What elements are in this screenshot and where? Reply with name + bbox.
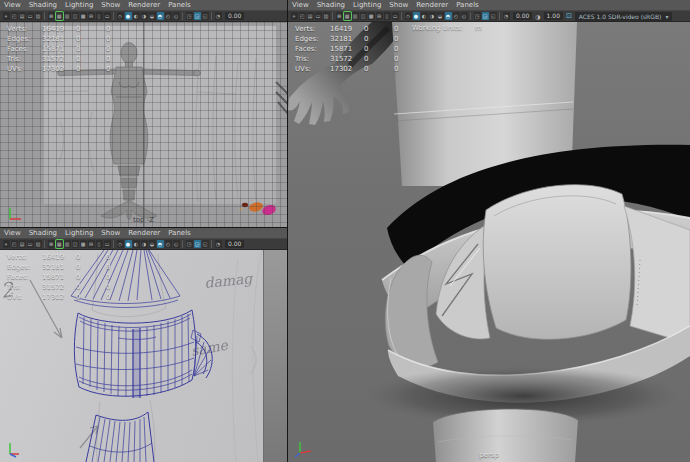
menu-item[interactable]: Panels bbox=[168, 1, 191, 9]
menu-item[interactable]: Renderer bbox=[128, 229, 160, 237]
shadows-icon[interactable]: ◒ bbox=[437, 12, 444, 20]
toolbar-separator[interactable] bbox=[211, 12, 212, 20]
pan-zoom-icon[interactable]: ⊞ bbox=[336, 12, 343, 20]
grid-toggle-icon[interactable]: ▦ bbox=[344, 12, 351, 20]
camera-attributes-icon[interactable]: ▤ bbox=[19, 240, 26, 248]
menu-item[interactable]: Shading bbox=[29, 229, 57, 237]
shaded-icon[interactable]: ● bbox=[125, 240, 132, 248]
exposure-field[interactable]: 0.00 bbox=[225, 12, 244, 20]
color-management-toggle[interactable]: ⊡ bbox=[566, 12, 572, 20]
wireframe-icon[interactable]: ◇ bbox=[117, 12, 124, 20]
menu-item[interactable]: View bbox=[4, 229, 21, 237]
backface-icon[interactable]: ◱ bbox=[202, 12, 209, 20]
resolution-gate-icon[interactable]: ◫ bbox=[360, 12, 367, 20]
ao-icon[interactable]: ◓ bbox=[157, 240, 164, 248]
exposure-icon[interactable]: ◔ bbox=[215, 240, 222, 248]
camera-attributes-icon[interactable]: ▤ bbox=[19, 12, 26, 20]
bookmarks-icon[interactable]: ▭ bbox=[27, 240, 34, 248]
gamma-field[interactable]: 1.00 bbox=[544, 12, 563, 20]
anti-alias-icon[interactable]: ◵ bbox=[173, 240, 180, 248]
menu-item[interactable]: View bbox=[4, 1, 21, 9]
xray-icon[interactable]: ◲ bbox=[482, 12, 489, 20]
exposure-field[interactable]: 0.00 bbox=[225, 240, 244, 248]
toolbar-separator[interactable] bbox=[332, 12, 333, 20]
isolate-select-icon[interactable]: ◳ bbox=[474, 12, 481, 20]
anti-alias-icon[interactable]: ◵ bbox=[461, 12, 468, 20]
viewport-canvas-top[interactable]: Verts:1641900 Edges:3218100 Faces:158710… bbox=[0, 22, 287, 227]
view-transform-select[interactable]: ACES 1.0 SDR-video (sRGB) ▾ bbox=[575, 12, 673, 21]
film-gate-icon[interactable]: ▥ bbox=[64, 240, 71, 248]
safe-action-icon[interactable]: ▯ bbox=[96, 240, 103, 248]
toolbar-separator[interactable] bbox=[44, 12, 45, 20]
menu-item[interactable]: Renderer bbox=[416, 1, 448, 9]
toolbar-separator[interactable] bbox=[44, 240, 45, 248]
film-gate-icon[interactable]: ▥ bbox=[352, 12, 359, 20]
shaded-icon[interactable]: ● bbox=[413, 12, 420, 20]
motion-blur-icon[interactable]: ◴ bbox=[165, 12, 172, 20]
viewport-canvas-front[interactable]: 2 damag same bbox=[0, 250, 287, 462]
field-chart-icon[interactable]: ⊟ bbox=[376, 12, 383, 20]
backface-icon[interactable]: ◱ bbox=[202, 240, 209, 248]
safe-title-icon[interactable]: ▭ bbox=[392, 12, 399, 20]
resolution-gate-icon[interactable]: ◫ bbox=[72, 240, 79, 248]
all-lights-icon[interactable]: ◑ bbox=[429, 12, 436, 20]
bookmarks-icon[interactable]: ▭ bbox=[27, 12, 34, 20]
menu-item[interactable]: Panels bbox=[456, 1, 479, 9]
menu-item[interactable]: Shading bbox=[317, 1, 345, 9]
menu-item[interactable]: Panels bbox=[168, 229, 191, 237]
menu-item[interactable]: Lighting bbox=[65, 229, 93, 237]
menu-item[interactable]: View bbox=[292, 1, 309, 9]
safe-action-icon[interactable]: ▯ bbox=[384, 12, 391, 20]
exposure-icon[interactable]: ◔ bbox=[215, 12, 222, 20]
exposure-field[interactable]: 0.00 bbox=[513, 12, 532, 20]
exposure-icon[interactable]: ◔ bbox=[503, 12, 510, 20]
field-chart-icon[interactable]: ⊟ bbox=[88, 240, 95, 248]
menu-item[interactable]: Renderer bbox=[128, 1, 160, 9]
motion-blur-icon[interactable]: ◴ bbox=[453, 12, 460, 20]
toolbar-separator[interactable] bbox=[113, 12, 114, 20]
isolate-select-icon[interactable]: ◳ bbox=[186, 12, 193, 20]
grid-toggle-icon[interactable]: ▦ bbox=[56, 12, 63, 20]
ao-icon[interactable]: ◓ bbox=[445, 12, 452, 20]
select-camera-icon[interactable]: ⌖ bbox=[3, 240, 10, 248]
image-plane-icon[interactable]: ▨ bbox=[35, 12, 42, 20]
toolbar-separator[interactable] bbox=[499, 12, 500, 20]
all-lights-icon[interactable]: ◑ bbox=[141, 12, 148, 20]
resolution-gate-icon[interactable]: ◫ bbox=[72, 12, 79, 20]
pan-zoom-icon[interactable]: ⊞ bbox=[48, 12, 55, 20]
textured-icon[interactable]: ◐ bbox=[421, 12, 428, 20]
lock-camera-icon[interactable]: ◰ bbox=[299, 12, 306, 20]
menu-item[interactable]: Lighting bbox=[65, 1, 93, 9]
select-camera-icon[interactable]: ⌖ bbox=[291, 12, 298, 20]
ao-icon[interactable]: ◓ bbox=[157, 12, 164, 20]
viewport-canvas-persp[interactable]: Verts:1641900 Edges:3218100 Faces:158710… bbox=[288, 22, 690, 462]
textured-icon[interactable]: ◐ bbox=[133, 12, 140, 20]
bookmarks-icon[interactable]: ▭ bbox=[315, 12, 322, 20]
textured-icon[interactable]: ◐ bbox=[133, 240, 140, 248]
field-chart-icon[interactable]: ⊟ bbox=[88, 12, 95, 20]
gate-mask-icon[interactable]: ▩ bbox=[368, 12, 375, 20]
isolate-select-icon[interactable]: ◳ bbox=[186, 240, 193, 248]
menu-item[interactable]: Show bbox=[101, 1, 120, 9]
toolbar-separator[interactable] bbox=[182, 240, 183, 248]
menu-item[interactable]: Show bbox=[389, 1, 408, 9]
gate-mask-icon[interactable]: ▩ bbox=[80, 240, 87, 248]
all-lights-icon[interactable]: ◑ bbox=[141, 240, 148, 248]
safe-action-icon[interactable]: ▯ bbox=[96, 12, 103, 20]
menu-item[interactable]: Shading bbox=[29, 1, 57, 9]
select-camera-icon[interactable]: ⌖ bbox=[3, 12, 10, 20]
wireframe-icon[interactable]: ◇ bbox=[117, 240, 124, 248]
grid-toggle-icon[interactable]: ▦ bbox=[56, 240, 63, 248]
toolbar-separator[interactable] bbox=[470, 12, 471, 20]
image-plane-icon[interactable]: ▨ bbox=[35, 240, 42, 248]
safe-title-icon[interactable]: ▭ bbox=[104, 240, 111, 248]
image-plane-icon[interactable]: ▨ bbox=[323, 12, 330, 20]
anti-alias-icon[interactable]: ◵ bbox=[173, 12, 180, 20]
menu-item[interactable]: Show bbox=[101, 229, 120, 237]
shaded-icon[interactable]: ● bbox=[125, 12, 132, 20]
safe-title-icon[interactable]: ▭ bbox=[104, 12, 111, 20]
gate-mask-icon[interactable]: ▩ bbox=[80, 12, 87, 20]
toolbar-separator[interactable] bbox=[211, 240, 212, 248]
camera-attributes-icon[interactable]: ▤ bbox=[307, 12, 314, 20]
toolbar-separator[interactable] bbox=[182, 12, 183, 20]
